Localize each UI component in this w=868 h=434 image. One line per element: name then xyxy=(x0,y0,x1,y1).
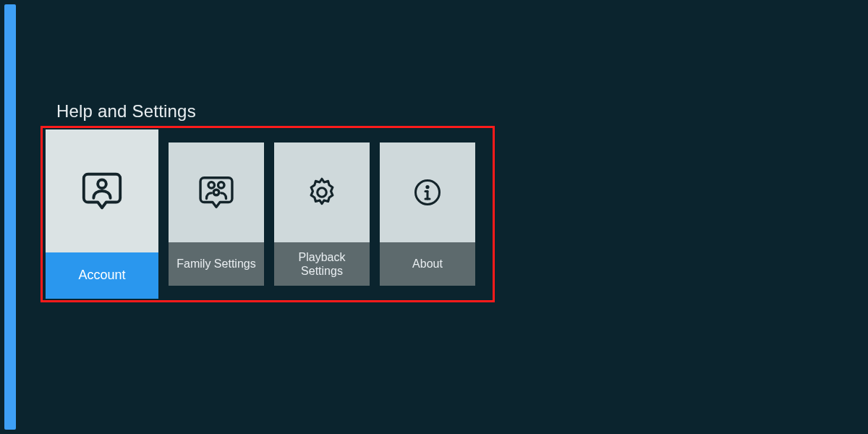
svg-point-3 xyxy=(213,190,219,195)
settings-tile-account[interactable]: Account xyxy=(46,129,158,299)
settings-tile-about[interactable]: About xyxy=(380,142,475,286)
tile-label: Family Settings xyxy=(169,242,264,286)
person-bubble-icon xyxy=(46,129,158,252)
svg-point-2 xyxy=(218,182,224,188)
settings-tile-playback[interactable]: Playback Settings xyxy=(274,142,370,286)
tile-label: Playback Settings xyxy=(274,242,370,286)
svg-point-0 xyxy=(98,180,106,189)
family-bubble-icon xyxy=(169,142,264,242)
gear-icon xyxy=(274,142,370,242)
left-accent-bar xyxy=(4,4,16,430)
svg-point-6 xyxy=(427,186,428,187)
page-title: Help and Settings xyxy=(56,101,196,122)
svg-point-1 xyxy=(208,182,214,188)
settings-tile-family[interactable]: Family Settings xyxy=(169,142,264,286)
settings-tiles-highlight-frame: Account Family Settings Playback Setting… xyxy=(41,126,495,302)
tile-label: Account xyxy=(46,252,158,299)
info-icon xyxy=(380,142,475,242)
tile-label: About xyxy=(380,242,475,286)
svg-point-4 xyxy=(318,188,327,197)
